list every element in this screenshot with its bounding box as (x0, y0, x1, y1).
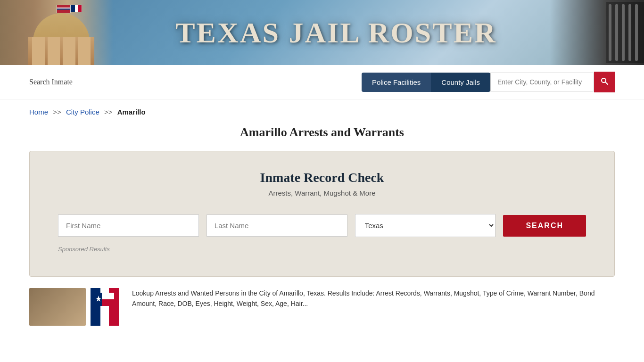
search-icon (601, 77, 608, 85)
search-fields: AlabamaAlaskaArizonaArkansasCaliforniaCo… (58, 214, 586, 237)
breadcrumb-home[interactable]: Home (29, 108, 48, 116)
facility-search-button[interactable] (594, 72, 615, 92)
nav-right: Police Facilities County Jails (362, 72, 615, 92)
header-left-image (0, 0, 113, 65)
header-right-image (550, 0, 644, 65)
inmate-check-subtitle: Arrests, Warrant, Mugshot & More (58, 189, 586, 197)
svg-rect-4 (102, 299, 114, 306)
texas-state-flag (95, 293, 114, 306)
site-title: Texas Jail Roster (175, 16, 497, 49)
last-name-input[interactable] (206, 214, 347, 237)
jail-hand (550, 0, 644, 65)
inmate-record-check-container: Inmate Record Check Arrests, Warrant, Mu… (29, 151, 615, 277)
breadcrumb: Home >> City Police >> Amarillo (0, 99, 644, 121)
svg-line-1 (605, 82, 608, 84)
sponsored-results-label: Sponsored Results (58, 246, 586, 253)
facility-search-input[interactable] (490, 73, 594, 91)
bottom-images (29, 288, 119, 326)
capitol-dome (14, 0, 108, 65)
header-banner: Texas Jail Roster (0, 0, 644, 65)
state-select[interactable]: AlabamaAlaskaArizonaArkansasCaliforniaCo… (355, 214, 496, 237)
bottom-image-flag (91, 288, 119, 326)
bottom-image-left (29, 288, 86, 326)
jail-bars (606, 2, 644, 63)
search-inmate-label: Search Inmate (29, 78, 73, 86)
police-facilities-button[interactable]: Police Facilities (362, 73, 431, 92)
bottom-description: Lookup Arrests and Wanted Persons in the… (132, 288, 615, 309)
svg-rect-3 (102, 293, 114, 299)
texas-flag-icon (71, 5, 82, 12)
inmate-search-button[interactable]: SEARCH (503, 215, 586, 237)
county-jails-button[interactable]: County Jails (431, 73, 490, 92)
navbar: Search Inmate Police Facilities County J… (0, 65, 644, 99)
us-flag-icon (57, 5, 71, 13)
bottom-section: Lookup Arrests and Wanted Persons in the… (0, 288, 644, 326)
first-name-input[interactable] (58, 214, 199, 237)
page-title: Amarillo Arrests and Warrants (0, 125, 644, 140)
breadcrumb-city-police[interactable]: City Police (66, 108, 99, 116)
inmate-check-title: Inmate Record Check (58, 170, 586, 185)
breadcrumb-sep-1: >> (53, 108, 61, 116)
breadcrumb-current: Amarillo (117, 108, 146, 116)
dome-columns (28, 37, 94, 65)
breadcrumb-sep-2: >> (104, 108, 113, 116)
